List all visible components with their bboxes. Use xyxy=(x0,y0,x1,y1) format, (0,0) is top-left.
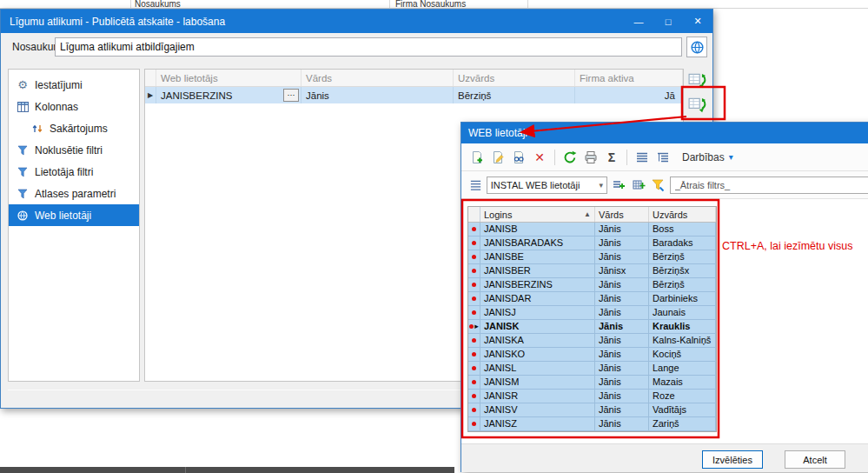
cell-uzvards: Mazais xyxy=(649,376,716,389)
chevron-down-icon: ▾ xyxy=(729,152,733,162)
row-indicator xyxy=(468,417,480,430)
web-user-row[interactable]: JANISLJānisLange xyxy=(468,362,716,376)
sidebar-item-label: Noklusētie filtri xyxy=(35,144,103,157)
refresh-button[interactable] xyxy=(561,149,579,166)
cell-vards: Jānis xyxy=(595,348,649,361)
column-header-uzvards[interactable]: Uzvārds xyxy=(649,207,716,222)
web-user-row[interactable]: JANISBERZINSJānisBērziņš xyxy=(468,278,716,292)
column-header-vards[interactable]: Vārds xyxy=(595,207,649,222)
row-indicator xyxy=(468,264,480,277)
cell-vards: Jānis xyxy=(595,250,649,263)
view-combo[interactable]: INSTAL WEB lietotāji ▾ xyxy=(487,177,607,194)
web-users-icon xyxy=(17,210,29,221)
delete-record-button[interactable]: ✕ xyxy=(531,149,548,166)
cancel-button[interactable]: Atcelt xyxy=(785,450,845,469)
cell-logins: JANISBARADAKS xyxy=(480,236,595,250)
web-user-row[interactable]: JANISDARJānisDarbinieks xyxy=(468,292,716,306)
web-user-row[interactable]: ▸JANISKJānisKrauklis xyxy=(468,320,716,334)
sum-button[interactable]: Σ xyxy=(603,149,620,166)
dialog-title: Līgumu atlikumi - Publicētā atskaite - l… xyxy=(10,16,225,28)
column-header-uzvards[interactable]: Uzvārds xyxy=(454,70,575,86)
column-header-vards[interactable]: Vārds xyxy=(301,70,454,86)
name-input[interactable] xyxy=(55,37,682,57)
cell-logins: JANISBE xyxy=(480,250,595,263)
cell-logins: JANISZ xyxy=(480,417,595,430)
sidebar-item-atlases-parametri[interactable]: Atlases parametri xyxy=(9,183,139,204)
web-user-row[interactable]: JANISJJānisJaunais xyxy=(468,306,716,320)
quick-filter-input[interactable] xyxy=(670,177,868,194)
statusbar-divider xyxy=(185,467,186,473)
add-users-button[interactable] xyxy=(686,69,710,91)
current-row-arrow-icon: ▸ xyxy=(474,323,479,330)
record-dot-icon xyxy=(472,269,476,273)
filter-icon xyxy=(17,189,29,199)
edit-record-button[interactable] xyxy=(489,149,507,166)
transfer-grid-icon xyxy=(688,72,707,89)
column-header-web-lietotajs[interactable]: Web lietotājs xyxy=(156,70,301,86)
chevron-down-icon: ▾ xyxy=(600,181,604,190)
new-record-button[interactable] xyxy=(468,149,486,166)
cell-logins: JANISB xyxy=(480,223,595,236)
tree-view-button[interactable] xyxy=(654,149,672,166)
background-column-nosaukums: Nosaukums xyxy=(135,0,181,9)
maximize-button[interactable]: □ xyxy=(653,10,683,33)
sidebar-item-web-lietotaji[interactable]: Web lietotāji xyxy=(9,204,139,226)
close-button[interactable]: ✕ xyxy=(683,10,712,33)
dialog-titlebar[interactable]: Līgumu atlikumi - Publicētā atskaite - l… xyxy=(1,10,712,33)
cell-logins: JANISBERZINS xyxy=(480,278,595,291)
record-dot-icon xyxy=(472,310,476,315)
toolbar-separator xyxy=(626,150,627,165)
column-header-logins[interactable]: Logins ▲ xyxy=(480,207,595,222)
web-dialog-titlebar[interactable]: WEB lietotāji xyxy=(461,123,868,143)
web-user-row[interactable]: JANISMJānisMazais xyxy=(468,376,716,390)
view-selector-icon xyxy=(468,177,483,194)
select-web-users-button[interactable] xyxy=(686,93,710,116)
edit-view-button[interactable] xyxy=(631,177,647,194)
web-user-row[interactable]: JANISRJānisRoze xyxy=(468,390,716,403)
cell-vards: Jānis xyxy=(595,223,649,236)
sidebar-item-sakartojums[interactable]: Sakārtojums xyxy=(9,117,139,139)
sidebar-item-kolonnas[interactable]: Kolonnas xyxy=(9,96,139,117)
publish-web-button[interactable] xyxy=(686,37,707,57)
window-buttons: — □ ✕ xyxy=(624,10,712,33)
sidebar-item-label: Sakārtojums xyxy=(50,123,108,135)
web-user-row[interactable]: JANISKAJānisKalns-Kalniņš xyxy=(468,334,716,348)
select-button[interactable]: Izvēlēties xyxy=(702,450,763,469)
web-user-row[interactable]: JANISBARADAKSJānisBaradaks xyxy=(468,236,716,250)
row-indicator xyxy=(468,236,480,250)
web-users-table: Logins ▲ Vārds Uzvārds JANISBJānisBossJA… xyxy=(467,206,717,432)
row-indicator xyxy=(468,223,480,236)
background-statusbar xyxy=(0,467,454,473)
cell-vards: Jānis xyxy=(595,390,649,403)
lookup-button[interactable]: ··· xyxy=(283,89,299,102)
actions-dropdown[interactable]: Darbības ▾ xyxy=(682,151,733,163)
cell-uzvards: Boss xyxy=(649,223,716,236)
record-dot-icon xyxy=(472,227,476,231)
column-header-firma-aktiva[interactable]: Firma aktiva xyxy=(575,70,683,86)
transfer-grid-icon xyxy=(688,97,707,113)
sidebar-item-lietotaja-filtri[interactable]: Lietotāja filtri xyxy=(9,161,139,183)
sidebar-item-iestatijumi[interactable]: ⚙ Iestatījumi xyxy=(9,74,139,96)
web-user-row[interactable]: JANISZJānisZariņš xyxy=(468,417,716,431)
cell-firma-aktiva: Jā xyxy=(575,87,683,103)
sidebar-item-noklusetie-filtri[interactable]: Noklusētie filtri xyxy=(9,139,139,161)
record-dot-icon xyxy=(472,422,476,426)
grid-row[interactable]: ▶ JANISBERZINS ··· Jānis Bērziņš Jā xyxy=(145,87,683,103)
view-record-button[interactable] xyxy=(510,149,527,166)
filter-button[interactable] xyxy=(650,177,666,194)
add-view-button[interactable] xyxy=(611,177,627,194)
web-user-row[interactable]: JANISBJānisBoss xyxy=(468,223,716,236)
web-dialog-toolbar: ✕ Σ Darbības ▾ xyxy=(461,143,868,171)
indicator-column xyxy=(145,70,156,86)
minimize-button[interactable]: — xyxy=(624,10,653,33)
web-user-row[interactable]: JANISVJānisVadītājs xyxy=(468,403,716,417)
column-divider xyxy=(389,0,390,9)
web-user-row[interactable]: JANISBEJānisBērziņš xyxy=(468,250,716,264)
columns-icon xyxy=(17,102,29,112)
record-dot-icon xyxy=(472,296,476,301)
web-user-row[interactable]: JANISKOJānisKociņš xyxy=(468,348,716,362)
web-user-row[interactable]: JANISBERJānisxBērziņšx xyxy=(468,264,716,278)
list-view-button[interactable] xyxy=(633,149,651,166)
print-button[interactable] xyxy=(582,149,600,166)
web-dialog-filter-row: INSTAL WEB lietotāji ▾ xyxy=(461,171,868,199)
